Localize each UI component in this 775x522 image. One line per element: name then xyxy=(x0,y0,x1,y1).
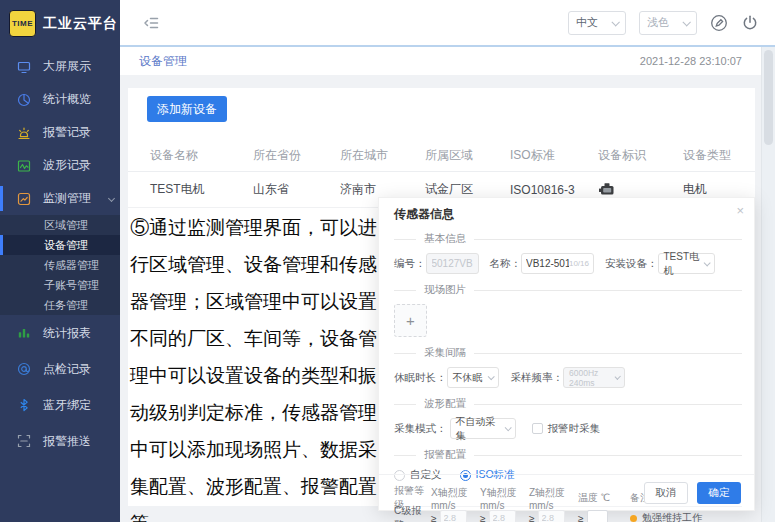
sidebar-item-report[interactable]: 统计报表 xyxy=(0,315,120,351)
app-title: 工业云平台 xyxy=(43,15,118,33)
sidebar-item-label: 点检记录 xyxy=(43,361,91,378)
sidebar-subitem-label: 区域管理 xyxy=(44,218,88,233)
sidebar-item-label: 蓝牙绑定 xyxy=(43,397,91,414)
number-field xyxy=(426,253,479,274)
column-header: 设备标识 xyxy=(598,147,683,164)
modal-title: 传感器信息 xyxy=(394,206,742,223)
sidebar-subitem-area-management[interactable]: 区域管理 xyxy=(0,215,120,235)
iso-cell: ISO10816-3 xyxy=(510,183,598,197)
column-header: 设备名称 xyxy=(150,147,253,164)
chevron-down-icon xyxy=(108,195,115,202)
menu-fold-icon[interactable] xyxy=(142,14,160,32)
sidebar-subitem-task-management[interactable]: 任务管理 xyxy=(0,295,120,315)
basic-info-row: 编号： 名称： 10/16 安装设备： TEST电机 xyxy=(394,253,742,274)
sidebar-item-label: 报警记录 xyxy=(43,124,91,141)
active-indicator xyxy=(0,235,3,255)
y-threshold-field xyxy=(489,510,516,522)
chevron-down-icon xyxy=(504,424,511,431)
scrollbar-thumb[interactable] xyxy=(764,50,773,145)
sidebar-item-bluetooth-binding[interactable]: 蓝牙绑定 xyxy=(0,387,120,423)
sidebar-item-waveform-record[interactable]: 波形记录 xyxy=(0,149,120,182)
gte-symbol: ≥ xyxy=(431,513,437,522)
power-icon[interactable] xyxy=(741,14,759,32)
section-waveform-config: 波形配置 xyxy=(394,397,742,411)
section-collection-interval: 采集间隔 xyxy=(394,346,742,360)
area-cell: 试金厂区 xyxy=(425,181,510,198)
section-alarm-config: 报警配置 xyxy=(394,448,742,462)
column-header: 所属区域 xyxy=(425,147,510,164)
interval-row: 休眠时长： 不休眠 采样频率： 6000Hz 240ms xyxy=(394,367,742,388)
sidebar-item-inspection-record[interactable]: 点检记录 xyxy=(0,351,120,387)
column-header: 所在省份 xyxy=(253,147,340,164)
section-label: 采集间隔 xyxy=(424,346,466,360)
gte-symbol: ≥ xyxy=(480,513,486,522)
temp-threshold-field[interactable] xyxy=(587,510,608,522)
status-dot-orange xyxy=(630,515,637,522)
active-indicator xyxy=(0,186,3,211)
waveform-row: 采集模式： 不自动采集 报警时采集 xyxy=(394,418,742,439)
name-field-wrap: 10/16 xyxy=(521,253,594,274)
sidebar-item-screen-display[interactable]: 大屏展示 xyxy=(0,50,120,83)
column-header: 设备类型 xyxy=(683,147,755,164)
name-field[interactable] xyxy=(526,258,569,269)
section-label: 现场图片 xyxy=(424,283,466,297)
chevron-down-icon xyxy=(682,18,690,26)
collect-mode-select[interactable]: 不自动采集 xyxy=(450,418,516,439)
monitoring-submenu: 区域管理 设备管理 传感器管理 子账号管理 任务管理 xyxy=(0,215,120,315)
sidebar-item-label: 统计报表 xyxy=(43,325,91,342)
screen-display-icon xyxy=(17,60,31,74)
scrollbar-track xyxy=(761,47,775,522)
photo-upload-button[interactable]: + xyxy=(394,304,427,337)
sidebar-item-alarm-push[interactable]: 报警推送 xyxy=(0,423,120,459)
motor-icon xyxy=(598,182,683,197)
bluetooth-icon xyxy=(17,398,31,412)
device-name-cell: TEST电机 xyxy=(150,181,253,198)
breadcrumb: 设备管理 xyxy=(139,53,187,70)
chevron-down-icon xyxy=(614,374,621,381)
add-device-button[interactable]: 添加新设备 xyxy=(147,96,227,122)
modal-footer: 取消 确定 xyxy=(379,474,754,510)
sidebar-item-label: 波形记录 xyxy=(43,157,91,174)
top-bar: TIME 工业云平台 中文 浅色 xyxy=(0,0,775,47)
datetime-label: 2021-12-28 23:10:07 xyxy=(640,55,742,67)
close-icon[interactable]: × xyxy=(736,204,744,217)
sleep-duration-select[interactable]: 不休眠 xyxy=(447,367,499,388)
sidebar-item-label: 监测管理 xyxy=(43,190,91,207)
alarm-collect-checkbox[interactable] xyxy=(532,423,543,434)
collect-mode-value: 不自动采集 xyxy=(456,415,505,443)
char-counter: 10/16 xyxy=(569,259,589,268)
section-label: 基本信息 xyxy=(424,232,466,246)
sidebar-item-monitoring-management[interactable]: 监测管理 xyxy=(0,182,120,215)
sidebar-item-statistics-overview[interactable]: 统计概览 xyxy=(0,83,120,116)
sleep-duration-label: 休眠时长： xyxy=(394,371,447,385)
sidebar-subitem-label: 设备管理 xyxy=(44,238,88,253)
theme-edit-icon[interactable] xyxy=(710,14,728,32)
sidebar-item-label: 大屏展示 xyxy=(43,58,91,75)
confirm-button[interactable]: 确定 xyxy=(697,482,741,504)
cancel-button[interactable]: 取消 xyxy=(644,482,688,504)
sidebar-item-alarm-record[interactable]: 报警记录 xyxy=(0,116,120,149)
sidebar-subitem-label: 任务管理 xyxy=(44,298,88,313)
install-device-select[interactable]: TEST电机 xyxy=(658,253,715,274)
alarm-push-icon xyxy=(17,434,31,448)
sidebar-subitem-subaccount-management[interactable]: 子账号管理 xyxy=(0,275,120,295)
theme-select[interactable]: 浅色 xyxy=(639,11,697,35)
device-table-header: 设备名称 所在省份 所在城市 所属区域 ISO标准 设备标识 设备类型 xyxy=(128,139,755,172)
breadcrumb-bar: 设备管理 2021-12-28 23:10:07 xyxy=(120,47,761,75)
x-threshold-field xyxy=(440,510,467,522)
language-select-value: 中文 xyxy=(576,15,598,30)
device-type-cell: 电机 xyxy=(683,181,755,198)
monitoring-management-icon xyxy=(17,192,31,206)
alarm-record-icon xyxy=(17,126,31,140)
sidebar: 大屏展示 统计概览 报警记录 波形记录 监测管理 区域管理 设备管理 xyxy=(0,47,120,522)
language-select[interactable]: 中文 xyxy=(568,11,626,35)
chevron-down-icon xyxy=(704,259,711,266)
sidebar-item-label: 统计概览 xyxy=(43,91,91,108)
sidebar-subitem-sensor-management[interactable]: 传感器管理 xyxy=(0,255,120,275)
city-cell: 济南市 xyxy=(340,181,425,198)
sidebar-subitem-label: 传感器管理 xyxy=(44,258,99,273)
province-cell: 山东省 xyxy=(253,181,340,198)
sidebar-subitem-device-management[interactable]: 设备管理 xyxy=(0,235,120,255)
column-header: ISO标准 xyxy=(510,147,598,164)
logo-icon: TIME xyxy=(9,10,36,37)
